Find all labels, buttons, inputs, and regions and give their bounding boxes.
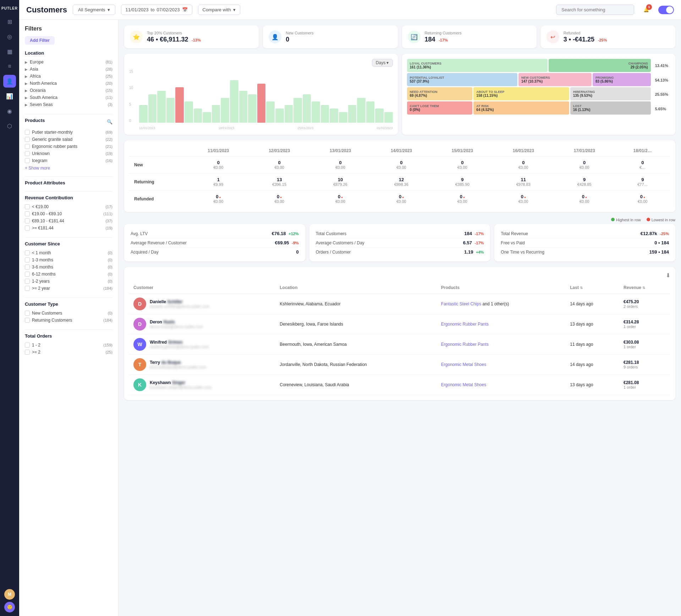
location-europe[interactable]: ▶ Europe (81) bbox=[25, 59, 112, 66]
checkbox[interactable] bbox=[25, 158, 30, 163]
checkbox[interactable] bbox=[25, 318, 30, 323]
type-returning[interactable]: Returning Customers (184) bbox=[25, 317, 112, 324]
revenue-cell-4: €281.18 9 orders bbox=[619, 355, 670, 375]
segment-selector[interactable]: All Segments ▾ bbox=[73, 5, 115, 15]
chart-y-labels: 15 10 5 0 bbox=[129, 70, 138, 123]
search-input[interactable] bbox=[556, 5, 634, 15]
chevron-down-icon: ▾ bbox=[233, 7, 236, 12]
checkbox[interactable] bbox=[25, 343, 30, 348]
body: Filters Add Filter Location ▶ Europe (81… bbox=[19, 20, 681, 616]
sidebar-icon-orders[interactable]: ≡ bbox=[3, 60, 16, 73]
location-africa[interactable]: ▶ Africa (25) bbox=[25, 73, 112, 80]
location-oceania[interactable]: ▶ Oceania (15) bbox=[25, 87, 112, 94]
type-new[interactable]: New Customers (0) bbox=[25, 310, 112, 317]
products-filter-title: Products bbox=[25, 118, 45, 123]
since-6-12months[interactable]: 6-12 months (0) bbox=[25, 271, 112, 278]
since-3-6months[interactable]: 3-6 months (0) bbox=[25, 263, 112, 271]
returning-cell-5: 9€385.90 bbox=[432, 173, 493, 190]
checkbox[interactable] bbox=[25, 211, 30, 216]
calendar-icon: 📅 bbox=[182, 7, 188, 12]
products-filter-section: Products 🔍 Putler starter-monthly (69) G… bbox=[25, 118, 112, 171]
location-seven-seas[interactable]: ▶ Seven Seas (3) bbox=[25, 101, 112, 108]
rfm-content: LOYAL CUSTOMERS 161 (11.36%) CHAMPIONS 2… bbox=[407, 59, 671, 116]
product-unknown[interactable]: Unknown (19) bbox=[25, 150, 112, 157]
customers-table-card: ⬇ Customer Location Products Last ⇅ Reve… bbox=[124, 267, 675, 400]
orders-1-2[interactable]: 1 - 2 (159) bbox=[25, 342, 112, 349]
rev-19-89[interactable]: €19.00 - €89.10 (111) bbox=[25, 210, 112, 217]
theme-toggle[interactable] bbox=[658, 6, 674, 14]
since-gte2years[interactable]: >= 2 year (184) bbox=[25, 285, 112, 292]
rev-89-181[interactable]: €89.10 - €181.44 (37) bbox=[25, 217, 112, 224]
checkbox[interactable] bbox=[25, 226, 30, 231]
checkbox[interactable] bbox=[25, 137, 30, 142]
revenue-cell-3: €303.08 1 order bbox=[619, 334, 670, 355]
sidebar-icon-goals[interactable]: ◉ bbox=[3, 105, 16, 117]
chart-bar bbox=[185, 101, 193, 123]
rfm-row-3: NEED ATTENTION 69 (4.87%) ABOUT TO SLEEP… bbox=[407, 87, 651, 100]
sidebar-icon-integrations[interactable]: ⬡ bbox=[3, 120, 16, 132]
checkbox[interactable] bbox=[25, 272, 30, 277]
sidebar-icon-analytics[interactable]: ◎ bbox=[3, 30, 16, 43]
metrics-card-1: Avg. LTV €76.18 +12% Average Revenue / C… bbox=[124, 224, 305, 261]
expand-icon: ▶ bbox=[25, 67, 28, 71]
revenue-cell-2: €314.28 1 order bbox=[619, 314, 670, 334]
since-lt1month[interactable]: < 1 month (0) bbox=[25, 249, 112, 256]
orders-gte2[interactable]: >= 2 (25) bbox=[25, 349, 112, 356]
chart-area: 15 10 5 0 11/01/2023 18/01/2023 25/01/20… bbox=[129, 70, 393, 130]
revenue-contribution-title: Revenue Contribution bbox=[25, 195, 112, 200]
product-rubber-pants[interactable]: Ergonomic rubber pants (21) bbox=[25, 143, 112, 150]
notification-bell[interactable]: 🔔 5 bbox=[640, 4, 653, 16]
product-putler-starter[interactable]: Putler starter-monthly (69) bbox=[25, 129, 112, 136]
compare-with-button[interactable]: Compare with ▾ bbox=[198, 5, 240, 15]
checkbox[interactable] bbox=[25, 279, 30, 284]
since-1-2years[interactable]: 1-2 years (0) bbox=[25, 278, 112, 285]
star-icon: ⭐ bbox=[130, 30, 143, 43]
sidebar-icon-products[interactable]: ▦ bbox=[3, 45, 16, 58]
rev-gte181[interactable]: >= €181.44 (19) bbox=[25, 224, 112, 232]
search-icon[interactable]: 🔍 bbox=[107, 119, 112, 124]
metric-avg-revenue: Average Revenue / Customer €69.95 -9% bbox=[131, 238, 299, 248]
product-icegram[interactable]: Icegram (16) bbox=[25, 157, 112, 164]
col-last[interactable]: Last ⇅ bbox=[566, 282, 619, 294]
table-row: K Keyshawn Singer keyshawn.singer@demo.p… bbox=[129, 375, 670, 395]
location-north-america[interactable]: ▶ North America (20) bbox=[25, 80, 112, 87]
location-south-america[interactable]: ▶ South America (11) bbox=[25, 94, 112, 101]
rfm-row-percentages: 13.41% 54.13% 25.55% 5.65% bbox=[653, 59, 670, 116]
checkbox[interactable] bbox=[25, 265, 30, 270]
since-1-3months[interactable]: 1-3 months (0) bbox=[25, 256, 112, 263]
chart-bar bbox=[157, 91, 166, 123]
user-avatar-secondary[interactable]: 🙂 bbox=[4, 602, 15, 612]
checkbox[interactable] bbox=[25, 286, 30, 291]
checkbox[interactable] bbox=[25, 257, 30, 262]
checkbox[interactable] bbox=[25, 218, 30, 223]
refunded-cell-1: 0●€0.00 bbox=[188, 190, 249, 207]
checkbox[interactable] bbox=[25, 311, 30, 316]
export-button[interactable]: ⬇ bbox=[666, 272, 670, 279]
col-revenue[interactable]: Revenue ⇅ bbox=[619, 282, 670, 294]
refunded-row: Refunded 0●€0.00 0●€0.00 0●€0.00 0●€0.00… bbox=[129, 190, 670, 207]
sidebar-icon-dashboard[interactable]: ⊞ bbox=[3, 15, 16, 28]
checkbox[interactable] bbox=[25, 130, 30, 135]
rev-lt19[interactable]: < €19.00 (17) bbox=[25, 203, 112, 210]
checkbox[interactable] bbox=[25, 250, 30, 255]
col-products: Products bbox=[437, 282, 566, 294]
col-date-6: 16/01/2023 bbox=[493, 145, 554, 156]
customer-type-section: Customer Type New Customers (0) Returnin… bbox=[25, 301, 112, 324]
sidebar-icon-reports[interactable]: 📊 bbox=[3, 90, 16, 102]
add-filter-button[interactable]: Add Filter bbox=[25, 36, 55, 45]
checkbox[interactable] bbox=[25, 204, 30, 209]
checkbox[interactable] bbox=[25, 350, 30, 355]
user-avatar-m[interactable]: M bbox=[4, 589, 15, 600]
show-more-products[interactable]: + Show more bbox=[25, 166, 50, 171]
product-granite-salad[interactable]: Generic granite salad (22) bbox=[25, 136, 112, 143]
rfm-cantlose: CAN'T LOSE THEM 0 (0%) bbox=[407, 101, 473, 115]
days-selector[interactable]: Days ▾ bbox=[372, 59, 393, 67]
date-range-picker[interactable]: 11/01/2023 to 07/02/2023 📅 bbox=[121, 5, 192, 15]
checkbox[interactable] bbox=[25, 151, 30, 156]
location-asia[interactable]: ▶ Asia (28) bbox=[25, 66, 112, 73]
sidebar-icon-customers[interactable]: 👤 bbox=[3, 75, 16, 88]
product-attributes-section: Product Attributes bbox=[25, 180, 112, 185]
checkbox[interactable] bbox=[25, 144, 30, 149]
customer-type-title: Customer Type bbox=[25, 301, 112, 307]
chart-bars bbox=[139, 70, 393, 123]
